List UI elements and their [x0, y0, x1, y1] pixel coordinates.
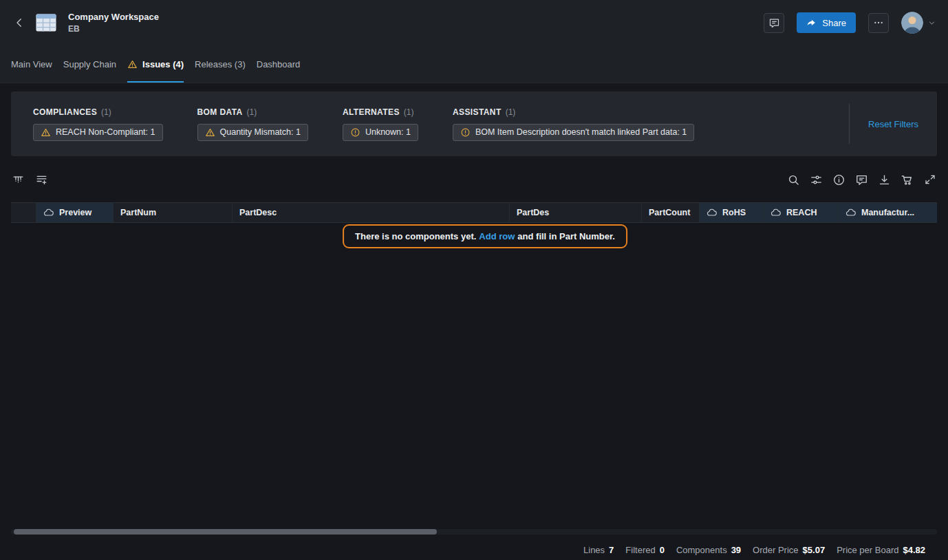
bom-app-screen: Company Workspace EB Share	[0, 0, 948, 560]
horizontal-scrollbar[interactable]	[11, 529, 937, 535]
share-icon	[806, 18, 817, 28]
column-header-partcount[interactable]: PartCount	[642, 203, 700, 222]
chip-label: Unknown: 1	[365, 127, 411, 137]
feedback-button[interactable]	[764, 13, 784, 33]
chevron-left-icon	[13, 17, 25, 29]
workspace-grid-icon	[36, 13, 58, 32]
filter-group-alternates: ALTERNATES (1) Unknown: 1	[343, 107, 418, 141]
expand-icon[interactable]	[923, 173, 937, 187]
warning-icon	[127, 59, 138, 69]
view-tabs: Main View Supply Chain Issues (4) Releas…	[0, 45, 948, 83]
status-label: Price per Board	[837, 545, 898, 555]
scrollbar-thumb[interactable]	[14, 529, 437, 535]
info-icon[interactable]	[832, 173, 846, 187]
reset-filters-link[interactable]: Reset Filters	[850, 119, 937, 129]
status-value: $5.07	[803, 545, 826, 555]
column-header-rownum[interactable]	[11, 203, 36, 222]
filter-group-head: ALTERNATES (1)	[343, 107, 418, 117]
filter-group-count: (1)	[101, 107, 111, 117]
toolbar-left	[11, 173, 49, 187]
filter-group-title: COMPLIANCES	[33, 107, 97, 117]
status-label: Filtered	[625, 545, 655, 555]
tab-label: Issues (4)	[142, 59, 184, 69]
warning-icon	[205, 127, 215, 138]
filter-group-head: COMPLIANCES (1)	[33, 107, 163, 117]
status-label: Order Price	[753, 545, 798, 555]
status-value: $4.82	[903, 545, 925, 555]
filter-group-title: ASSISTANT	[453, 107, 502, 117]
chip-label: Quantity Mismatch: 1	[220, 127, 301, 137]
tab-issues[interactable]: Issues (4)	[127, 45, 184, 83]
back-button[interactable]	[11, 13, 28, 32]
column-header-partdes[interactable]: PartDes	[510, 203, 642, 222]
alert-circle-icon	[460, 127, 471, 138]
issues-filter-panel: COMPLIANCES (1) REACH Non-Compliant: 1 B…	[11, 91, 937, 156]
filter-group-count: (1)	[404, 107, 414, 117]
cloud-icon	[707, 208, 718, 217]
filter-groups: COMPLIANCES (1) REACH Non-Compliant: 1 B…	[33, 107, 694, 141]
filter-group-title: ALTERNATES	[343, 107, 400, 117]
feedback-icon	[768, 17, 780, 29]
column-header-partnum[interactable]: PartNum	[114, 203, 233, 222]
user-menu	[901, 12, 936, 34]
status-price-per-board: Price per Board $4.82	[837, 545, 925, 555]
workspace-titles: Company Workspace EB	[68, 12, 159, 34]
table-header-row: Preview PartNum PartDesc PartDes PartCou…	[11, 202, 937, 223]
column-header-manufacturer[interactable]: Manufactur...	[839, 203, 937, 222]
column-header-rohs[interactable]: RoHS	[700, 203, 764, 222]
header-actions: Share	[764, 12, 936, 34]
status-bar: Lines 7 Filtered 0 Components 39 Order P…	[583, 545, 925, 555]
ellipsis-icon	[873, 17, 884, 28]
filter-chip-reach-non-compliant[interactable]: REACH Non-Compliant: 1	[33, 124, 163, 141]
comments-icon[interactable]	[854, 173, 869, 187]
column-label: PartCount	[649, 208, 690, 217]
share-button[interactable]: Share	[797, 12, 856, 33]
empty-state-callout: There is no components yet. Add row and …	[343, 224, 627, 248]
filter-group-title: BOM DATA	[197, 107, 243, 117]
avatar[interactable]	[901, 12, 923, 34]
tab-label: Releases (3)	[195, 59, 246, 69]
filter-chip-unknown[interactable]: Unknown: 1	[343, 124, 418, 141]
status-order-price: Order Price $5.07	[753, 545, 825, 555]
more-options-button[interactable]	[868, 13, 889, 33]
share-label: Share	[822, 18, 846, 28]
tab-supply-chain[interactable]: Supply Chain	[63, 45, 116, 83]
chevron-down-icon[interactable]	[928, 19, 936, 27]
column-header-preview[interactable]: Preview	[36, 203, 114, 222]
filter-chip-quantity-mismatch[interactable]: Quantity Mismatch: 1	[197, 124, 308, 141]
tab-main-view[interactable]: Main View	[11, 45, 52, 83]
empty-state-text: There is no components yet.	[355, 231, 476, 241]
filter-group-bom-data: BOM DATA (1) Quantity Mismatch: 1	[197, 107, 308, 141]
status-filtered: Filtered 0	[625, 545, 665, 555]
chip-label: REACH Non-Compliant: 1	[56, 127, 155, 137]
app-header: Company Workspace EB Share	[0, 0, 948, 45]
add-row-icon[interactable]	[34, 173, 49, 187]
chip-label: BOM Item Description doesn't match linke…	[475, 127, 687, 137]
tab-releases[interactable]: Releases (3)	[195, 45, 246, 83]
search-icon[interactable]	[786, 173, 801, 187]
filter-chip-description-mismatch[interactable]: BOM Item Description doesn't match linke…	[453, 124, 694, 141]
settings-sliders-icon[interactable]	[809, 173, 823, 187]
status-value: 0	[660, 545, 665, 555]
status-value: 7	[609, 545, 614, 555]
cloud-icon	[43, 208, 54, 217]
add-row-link[interactable]: Add row	[479, 231, 515, 241]
download-icon[interactable]	[877, 173, 892, 187]
filter-reset-area: Reset Filters	[849, 91, 937, 156]
filter-rows-icon[interactable]	[11, 173, 25, 187]
alert-circle-icon	[350, 127, 360, 138]
cloud-icon	[771, 208, 782, 217]
tab-dashboard[interactable]: Dashboard	[257, 45, 301, 83]
filter-group-assistant: ASSISTANT (1) BOM Item Description doesn…	[453, 107, 694, 141]
cart-icon[interactable]	[900, 173, 914, 187]
column-label: PartNum	[120, 208, 156, 217]
table-toolbar	[11, 168, 937, 191]
empty-state-text: and fill in Part Number.	[517, 231, 615, 241]
column-header-partdesc[interactable]: PartDesc	[233, 203, 510, 222]
filter-group-head: BOM DATA (1)	[197, 107, 308, 117]
filter-group-count: (1)	[247, 107, 257, 117]
warning-icon	[41, 127, 51, 138]
column-header-reach[interactable]: REACH	[764, 203, 839, 222]
status-label: Lines	[583, 545, 605, 555]
tab-label: Main View	[11, 59, 52, 69]
